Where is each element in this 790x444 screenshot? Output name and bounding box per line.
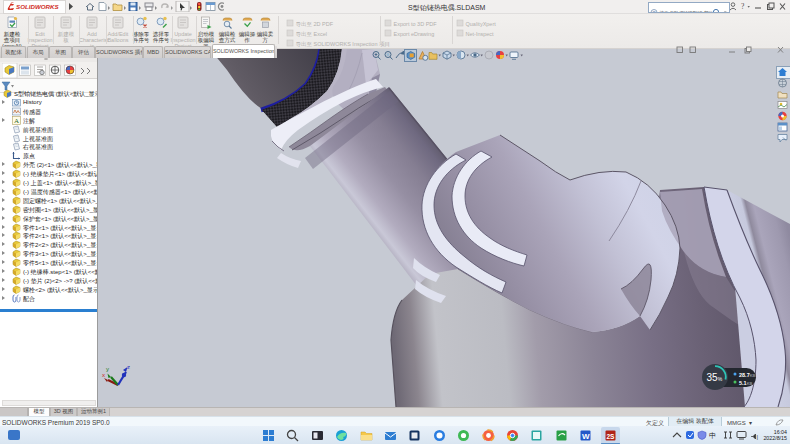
svg-text:?: ? <box>653 9 656 12</box>
svg-text:搜索 SOLIDWORKS 帮助: 搜索 SOLIDWORKS 帮助 <box>659 9 714 13</box>
svg-text:z: z <box>127 364 130 370</box>
svg-text:35%: 35% <box>707 372 723 383</box>
svg-text:5.1KB: 5.1KB <box>739 380 753 386</box>
svg-text:?: ? <box>741 2 745 11</box>
svg-text:A: A <box>14 117 19 125</box>
svg-text:x: x <box>102 372 105 378</box>
svg-text:W: W <box>582 432 590 441</box>
svg-text:2S: 2S <box>606 433 615 440</box>
svg-text:SOLIDWORKS: SOLIDWORKS <box>16 3 59 10</box>
svg-text:28.7KB: 28.7KB <box>739 372 756 378</box>
svg-text:y: y <box>106 366 109 372</box>
